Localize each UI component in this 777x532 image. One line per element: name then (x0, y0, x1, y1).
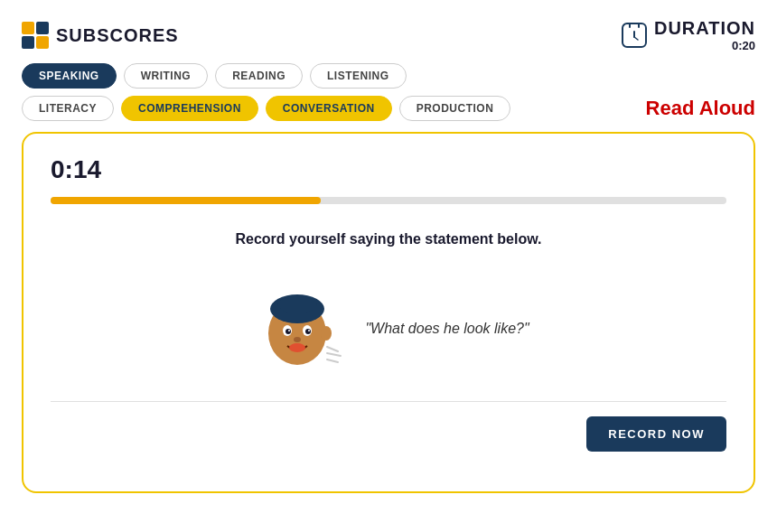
svg-line-22 (327, 347, 338, 351)
nav-row1: SPEAKING WRITING READING LISTENING (22, 63, 755, 89)
main-card: 0:14 Record yourself saying the statemen… (22, 132, 755, 493)
svg-rect-0 (22, 22, 34, 34)
svg-point-19 (294, 337, 301, 342)
nav-row2-left: LITERACY COMPREHENSION CONVERSATION PROD… (22, 96, 510, 121)
speech-text: "What does he look like?" (365, 321, 529, 337)
duration-block: DURATION 0:20 (622, 18, 755, 52)
tab-comprehension[interactable]: COMPREHENSION (121, 96, 258, 121)
tab-conversation[interactable]: CONVERSATION (266, 96, 392, 121)
header: SUBSCORES DURATION 0:20 (22, 18, 755, 52)
svg-point-21 (321, 326, 332, 341)
nav-row2: LITERACY COMPREHENSION CONVERSATION PROD… (22, 96, 755, 121)
svg-rect-2 (22, 36, 34, 49)
subscores-title: SUBSCORES (56, 25, 179, 46)
svg-point-20 (289, 343, 305, 352)
app-container: SUBSCORES DURATION 0:20 SPEAKING WRITING… (0, 0, 777, 532)
logo-icon (22, 22, 49, 49)
tab-speaking[interactable]: SPEAKING (22, 63, 117, 89)
svg-line-24 (327, 359, 338, 362)
tab-reading[interactable]: READING (215, 63, 303, 89)
svg-line-23 (327, 353, 341, 356)
read-aloud-label: Read Aloud (646, 97, 755, 120)
tab-writing[interactable]: WRITING (124, 63, 209, 89)
subscores-logo: SUBSCORES (22, 22, 179, 49)
duration-label: DURATION (654, 18, 755, 39)
svg-rect-3 (36, 36, 49, 49)
svg-line-8 (634, 37, 638, 40)
timer-icon (622, 23, 647, 48)
character-area: "What does he look like?" (51, 275, 726, 383)
tab-listening[interactable]: LISTENING (310, 63, 407, 89)
svg-point-18 (308, 330, 310, 331)
duration-value: 0:20 (656, 39, 755, 52)
card-timer: 0:14 (51, 155, 726, 184)
progress-bar-background (51, 197, 726, 204)
duration-info: DURATION 0:20 (654, 18, 755, 52)
tab-literacy[interactable]: LITERACY (22, 96, 114, 121)
svg-point-16 (305, 329, 311, 334)
record-btn-row: RECORD NOW (51, 416, 726, 452)
tab-production[interactable]: PRODUCTION (399, 96, 511, 121)
svg-point-17 (288, 330, 290, 331)
svg-rect-1 (36, 22, 49, 34)
svg-point-12 (277, 295, 317, 313)
instruction-text: Record yourself saying the statement bel… (51, 231, 726, 247)
card-divider (51, 401, 726, 402)
svg-point-15 (286, 329, 291, 334)
character-illustration (248, 275, 347, 383)
progress-bar-fill (51, 197, 321, 204)
record-now-button[interactable]: RECORD NOW (586, 416, 726, 452)
